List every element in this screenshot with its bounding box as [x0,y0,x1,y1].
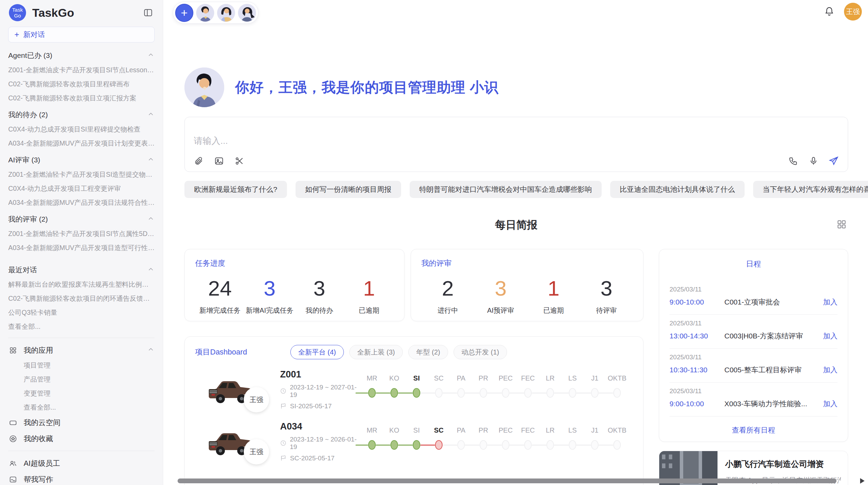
avatar[interactable] [238,4,256,22]
sidebar-item-cloud-space[interactable]: 我的云空间 [8,414,155,431]
sidebar-section-header[interactable]: 最近对话 [8,262,155,277]
main-area: + 王强 你好，王强，我是你的项目管理助理 小识 [163,0,868,485]
project-flag-date: SC-2025-05-17 [280,455,362,462]
join-meeting-link[interactable]: 加入 [823,399,837,409]
milestone-dot [390,440,398,450]
sidebar-item-ai-employee[interactable]: AI超级员工 [8,455,155,471]
send-icon[interactable] [828,155,840,167]
sidebar-body: Agent已办 (3)Z001-全新燃油皮卡产品开发项目SI节点Lesson L… [0,48,163,485]
app-sub-item[interactable]: 变更管理 [8,386,155,400]
sidebar-list-item[interactable]: C0X4-动力总成开发项目SI里程碑提交物检查 [8,122,155,136]
recent-chat-item[interactable]: 查看全部... [8,320,155,334]
avatar[interactable] [217,4,235,22]
sidebar-list-item[interactable]: C02-飞腾新能源轻客改款项目里程碑画布 [8,77,155,91]
project-row[interactable]: 王强Z0012023-12-19 ~ 2027-01-19SI-2025-05-… [195,368,633,411]
join-meeting-link[interactable]: 加入 [823,331,837,341]
schedule-row: 9:00-10:00C001-立项审批会加入 [670,297,837,307]
horizontal-scrollbar[interactable] [178,478,836,483]
image-upload-icon[interactable] [213,155,225,167]
sidebar-list-item[interactable]: Z001-全新燃油轻卡产品开发项目SI造型提交物评审 [8,167,155,182]
phone-call-icon[interactable] [787,155,799,167]
milestone-dot [390,388,398,398]
milestone-dot [368,388,376,398]
recent-chat-item[interactable]: 公司Q3轻卡销量 [8,306,155,320]
add-session-button[interactable]: + [175,4,193,22]
milestone-label: PA [451,426,471,435]
milestone-dot [546,388,554,398]
milestone-node: SC [429,426,449,450]
sidebar-list-item[interactable]: Z001-全新燃油轻卡产品开发项目SI节点属性5D文件评审 [8,227,155,241]
sidebar: Task Go TaskGo + 新对话 Agent已办 (3)Z001-全新燃… [0,0,163,485]
star-circle-icon [8,435,18,443]
milestone-dot [613,440,621,450]
milestone-label: FEC [518,426,538,435]
view-all-schedule-link[interactable]: 查看所有日程 [670,425,837,435]
sidebar-list-item[interactable]: Z001-全新燃油皮卡产品开发项目SI节点Lesson Learn报告 [8,63,155,77]
milestone-node: SI [406,374,427,398]
sidebar-section-header[interactable]: Agent已办 (3) [8,48,155,63]
recent-chat-item[interactable]: C02-飞腾新能源轻客改款项目的闭环通告反馈情况 [8,291,155,306]
suggestion-chip[interactable]: 当下年轻人对汽车外观有怎样的喜好趋势 [753,181,868,198]
sidebar-header: Task Go TaskGo [0,3,163,24]
app-sub-item[interactable]: 查看全部... [8,400,155,414]
project-code: Z001 [280,369,362,380]
sidebar-section-header[interactable]: 我的评审 (2) [8,212,155,227]
sidebar-section-header[interactable]: AI评审 (3) [8,152,155,167]
suggestion-chip[interactable]: 特朗普可能对进口汽车增税会对中国车企造成哪些影响 [410,181,602,198]
suggestion-chip[interactable]: 如何写一份清晰的项目周报 [296,181,401,198]
new-chat-button[interactable]: + 新对话 [8,27,155,42]
chevron-up-icon[interactable] [147,156,155,165]
sidebar-list-item[interactable]: A034-全新新能源MUV产品开发项目法规符合性评审 [8,196,155,210]
sidebar-item-write-helper[interactable]: 帮我写作 [8,471,155,485]
scissors-icon[interactable] [233,155,245,167]
sidebar-list-item[interactable]: A034-全新新能源MUV产品开发项目造型可行性评审 [8,241,155,255]
chevron-up-icon[interactable] [147,51,155,60]
stat-item: 3新增AI完成任务 [245,276,294,315]
sidebar-list-item[interactable]: C02-飞腾新能源轻客改款项目立项汇报方案 [8,91,155,105]
suggestion-chip[interactable]: 比亚迪全固态电池计划具体说了什么 [610,181,745,198]
chevron-up-icon[interactable] [147,110,155,120]
join-meeting-link[interactable]: 加入 [823,365,837,375]
layout-grid-icon[interactable] [836,219,847,231]
sidebar-item-my-apps[interactable]: 我的应用 [8,342,155,358]
notifications-bell-icon[interactable] [824,6,834,17]
app-sub-item[interactable]: 产品管理 [8,372,155,386]
milestone-dot [480,440,487,450]
scroll-right-arrow-icon[interactable] [860,478,865,484]
project-filter-tab[interactable]: 全新平台 (4) [290,345,344,359]
logo-line1: Task [12,7,23,13]
milestone-label: OKTB [607,426,627,435]
milestone-dot [457,388,465,398]
stat-label: 已逾期 [344,306,394,315]
sidebar-item-favorites[interactable]: 我的收藏 [8,431,155,447]
sidebar-section-header[interactable]: 我的待办 (2) [8,107,155,122]
join-meeting-link[interactable]: 加入 [823,297,837,307]
stat-label: 我的待办 [294,306,344,315]
user-avatar[interactable]: 王强 [844,3,862,21]
microphone-icon[interactable] [808,155,819,167]
project-filter-tab[interactable]: 动总开发 (1) [454,345,507,359]
app-sub-item[interactable]: 项目管理 [8,358,155,372]
milestone-track: MRKOSISCPAPRPECFECLRLSJ1OKTB [362,373,633,406]
collapse-sidebar-icon[interactable] [142,7,154,18]
milestone-label: SC [429,374,449,383]
sidebar-list-item[interactable]: A034-全新新能源MUV产品开发项目计划变更表编写 [8,136,155,150]
avatar[interactable] [196,4,214,22]
divider [8,451,155,451]
project-row[interactable]: 王强A0342023-12-19 ~ 2026-01-19SC-2025-05-… [195,420,633,463]
recent-chat-item[interactable]: 解释最新出台的欧盟报废车法规再生塑料比例被调至15%... [8,277,155,291]
chevron-up-icon[interactable] [147,215,155,224]
sidebar-list-item[interactable]: C0X4-动力总成开发项目工程变更评审 [8,182,155,196]
chat-input[interactable] [194,135,742,152]
project-filter-tab[interactable]: 年型 (2) [408,345,448,359]
milestone-node: MR [362,374,382,398]
chevron-up-icon[interactable] [147,346,155,355]
suggestion-chip[interactable]: 欧洲新规最近颁布了什么? [184,181,287,198]
schedule-card: 日程 2025/03/119:00-10:00C001-立项审批会加入2025/… [659,249,848,442]
milestone-node: FEC [518,426,538,450]
chevron-up-icon[interactable] [147,265,155,275]
attachment-icon[interactable] [193,155,205,167]
stat-columns: 2进行中3AI预评审1已逾期3待评审 [421,276,633,315]
project-filter-tab[interactable]: 全新上装 (3) [349,345,403,359]
daily-briefing-header: 每日简报 [184,218,848,233]
